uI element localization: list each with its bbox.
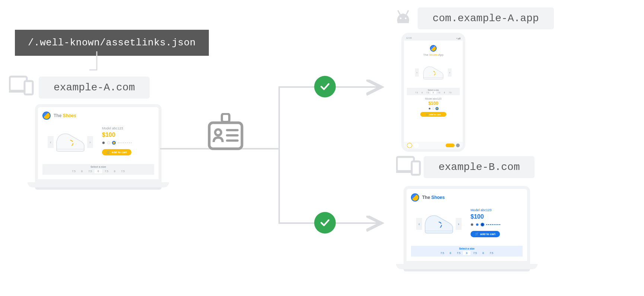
laptop-a-screen: The Shoes ‹ › Model abc123 $100 xyxy=(38,107,159,179)
shop-brand: The Shoes xyxy=(54,113,76,118)
color-dots xyxy=(102,141,154,144)
shop-brand: The Shoes xyxy=(422,195,445,200)
svg-point-13 xyxy=(405,17,407,19)
prev-arrow-icon: ‹ xyxy=(48,136,54,148)
add-to-cart-button: 🛒add to cart xyxy=(471,231,500,237)
phone-mockup: 12:30 ▾◢▮ The Shoes App ‹ › Select a siz… xyxy=(401,33,465,152)
svg-rect-18 xyxy=(412,161,420,175)
devices-icon xyxy=(9,74,35,97)
model-label: Model abc123 xyxy=(407,97,460,100)
size-selector: Select a size 7.5 8 7.5 8 7.5 8 7.5 xyxy=(407,88,460,95)
next-arrow-icon: › xyxy=(456,218,462,230)
size-selector: Select a size 7.5 8 7.5 8 7.5 8 7.5 xyxy=(42,164,154,175)
shop-logo-icon xyxy=(430,45,437,52)
prev-arrow-icon: ‹ xyxy=(416,218,422,230)
shop-logo-icon xyxy=(42,112,51,120)
phone-brand: The Shoes App xyxy=(407,53,460,57)
id-badge-icon xyxy=(207,113,244,154)
shoe-illustration xyxy=(422,211,456,237)
price-label: $100 xyxy=(471,213,523,220)
flow-arrows xyxy=(160,52,391,238)
svg-rect-6 xyxy=(222,114,229,122)
prev-arrow-icon: ‹ xyxy=(415,68,419,77)
nav-pill xyxy=(446,144,455,147)
model-label: Model abc123 xyxy=(102,126,154,130)
add-to-cart-button: 🛒add to cart xyxy=(102,149,131,155)
size-selector: Select a size 7.5 8 7.5 8 7.5 8 7.5 xyxy=(411,246,523,257)
search-icon xyxy=(414,143,419,148)
next-arrow-icon: › xyxy=(87,136,93,148)
domain-a-label: example-A.com xyxy=(39,77,150,99)
model-label: Model abc123 xyxy=(471,208,523,212)
home-icon xyxy=(407,143,412,148)
laptop-a: The Shoes ‹ › Model abc123 $100 xyxy=(28,104,169,197)
devices-icon xyxy=(396,155,422,177)
shoe-illustration xyxy=(420,63,446,82)
shoe-illustration xyxy=(54,129,87,155)
phone-navbar xyxy=(404,142,463,149)
color-dots xyxy=(407,107,460,110)
phone-statusbar: 12:30 ▾◢▮ xyxy=(404,35,463,41)
price-label: $100 xyxy=(407,101,460,106)
connector-badge-to-domain xyxy=(89,51,104,77)
domain-b-label: example-B.com xyxy=(424,156,535,178)
shop-logo-icon xyxy=(411,193,419,202)
nav-circle xyxy=(456,144,460,147)
next-arrow-icon: › xyxy=(448,68,452,77)
package-name-label: com.example-A.app xyxy=(418,7,554,29)
add-to-cart-button: 🛒 add to cart xyxy=(420,112,446,117)
checkmark-icon xyxy=(314,76,336,97)
laptop-b-screen: The Shoes ‹ › Model abc123 $100 xyxy=(407,189,527,261)
price-label: $100 xyxy=(102,132,154,138)
checkmark-icon xyxy=(314,212,336,234)
svg-point-12 xyxy=(400,17,402,19)
svg-rect-2 xyxy=(25,81,33,94)
laptop-b: The Shoes ‹ › Model abc123 $100 xyxy=(396,186,538,279)
android-icon xyxy=(393,7,413,28)
color-dots xyxy=(471,223,523,226)
